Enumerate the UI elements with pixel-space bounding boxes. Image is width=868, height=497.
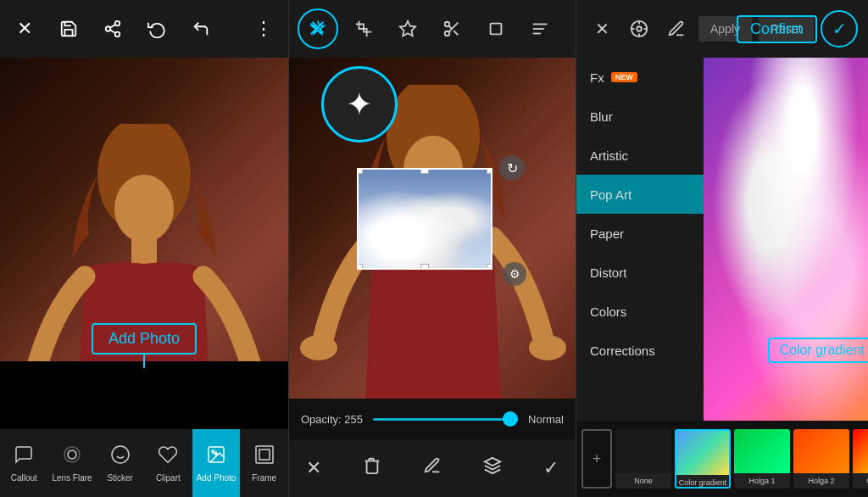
tool-callout[interactable]: Callout xyxy=(0,429,48,497)
svg-marker-25 xyxy=(400,21,415,36)
p3-close-icon[interactable]: ✕ xyxy=(587,14,617,44)
panel3-main-area: Fx NEW Blur Artistic Pop Art Paper Disto… xyxy=(576,58,868,421)
filmstrip-colors1[interactable]: Colors 1 xyxy=(853,429,868,489)
svg-point-12 xyxy=(112,446,129,463)
filmstrip-colorgradient-label: Color gradient xyxy=(676,475,729,489)
tool-lens-flare[interactable]: Lens Flare xyxy=(48,429,97,497)
p2-brush-icon[interactable] xyxy=(423,456,442,480)
filmstrip-color-gradient[interactable]: Color gradient xyxy=(675,429,731,489)
settings-button[interactable]: ⚙ xyxy=(503,262,526,286)
p2-confirm-icon[interactable]: ✓ xyxy=(543,457,559,479)
refresh-icon[interactable] xyxy=(144,16,170,42)
add-photo-icon xyxy=(206,444,226,470)
filmstrip-holga2-label: Holga 2 xyxy=(793,473,849,489)
p2-delete-icon[interactable] xyxy=(363,456,381,480)
tool-clipart[interactable]: Clipart xyxy=(144,429,192,497)
layers-icon[interactable] xyxy=(477,10,515,47)
panel1-toolbar: ✕ ⋮ xyxy=(0,0,288,58)
filter-filmstrip: + None Color gradient Holga 1 Holga 2 Co… xyxy=(576,421,868,497)
handle-bottom-right[interactable] xyxy=(487,264,492,270)
filmstrip-none[interactable]: None xyxy=(615,429,671,489)
filter-distort[interactable]: Distort xyxy=(576,253,704,292)
clipart-icon xyxy=(158,444,178,470)
filter-artistic[interactable]: Artistic xyxy=(576,136,704,175)
tool-frame-label: Frame xyxy=(252,473,276,483)
star-icon[interactable] xyxy=(389,10,426,47)
filter-blur[interactable]: Blur xyxy=(576,97,704,136)
filter-fx[interactable]: Fx NEW xyxy=(576,58,704,97)
align-icon[interactable] xyxy=(521,10,559,47)
svg-line-4 xyxy=(110,25,115,28)
rotate-button[interactable]: ↻ xyxy=(499,155,525,181)
filmstrip-colorgradient-preview xyxy=(676,431,729,475)
handle-top-left[interactable] xyxy=(357,168,363,174)
filmstrip-colors1-preview xyxy=(853,429,868,473)
scissors-icon[interactable] xyxy=(433,10,470,47)
tool-sticker-label: Sticker xyxy=(107,473,133,483)
handle-top-right[interactable] xyxy=(487,168,492,174)
handle-top-middle[interactable] xyxy=(420,168,429,174)
tool-sticker[interactable]: Sticker xyxy=(96,429,144,497)
panel-2-transform: ✦ ↻ ⚙ Opacity: 255 xyxy=(288,0,576,497)
panel2-bottom-bar: ✕ ✓ xyxy=(289,439,576,497)
panel-3-filters: ✕ Apply Reset ✓ Confirm Fx NEW xyxy=(576,0,868,497)
filter-colors[interactable]: Colors xyxy=(576,292,704,331)
p3-target-icon[interactable] xyxy=(624,14,654,44)
filmstrip-add-button[interactable]: + xyxy=(581,429,612,489)
crop-icon[interactable] xyxy=(345,10,382,47)
svg-marker-40 xyxy=(485,458,500,466)
opacity-slider-fill xyxy=(373,418,518,421)
opacity-slider-thumb[interactable] xyxy=(503,411,518,427)
lens-flare-icon xyxy=(62,444,82,470)
p3-brush-icon[interactable] xyxy=(661,14,692,44)
share-icon[interactable] xyxy=(100,16,125,42)
svg-point-39 xyxy=(529,335,566,360)
filter-corrections[interactable]: Corrections xyxy=(576,331,704,370)
p2-close-icon[interactable]: ✕ xyxy=(306,457,321,479)
opacity-label: Opacity: 255 xyxy=(301,413,363,426)
tool-add-photo[interactable]: Add Photo xyxy=(192,429,241,497)
close-icon[interactable]: ✕ xyxy=(12,16,37,42)
more-icon[interactable]: ⋮ xyxy=(251,16,276,42)
save-icon[interactable] xyxy=(56,16,81,42)
svg-point-6 xyxy=(114,175,174,243)
magic-wand-icon[interactable] xyxy=(298,8,338,49)
callout-icon xyxy=(14,444,34,470)
svg-point-42 xyxy=(637,26,642,31)
undo-icon[interactable] xyxy=(188,16,214,42)
svg-rect-19 xyxy=(256,446,273,463)
filter-pop-art[interactable]: Pop Art xyxy=(576,175,704,214)
handle-bottom-left[interactable] xyxy=(357,264,363,270)
filter-preview-image xyxy=(704,58,868,421)
add-photo-callout: Add Photo xyxy=(92,323,197,355)
tool-frame[interactable]: Frame xyxy=(240,429,288,497)
svg-rect-20 xyxy=(259,450,270,460)
floating-overlay-image[interactable] xyxy=(357,168,492,270)
panel3-toolbar: ✕ Apply Reset ✓ xyxy=(576,0,868,58)
add-icon: + xyxy=(593,450,602,468)
confirm-check-icon: ✓ xyxy=(832,19,847,39)
blend-mode-label[interactable]: Normal xyxy=(528,413,564,426)
filmstrip-holga1[interactable]: Holga 1 xyxy=(734,429,790,489)
panel1-bottom-toolbar: Callout Lens Flare Sticker xyxy=(0,429,288,497)
p2-layers-icon[interactable] xyxy=(483,456,502,480)
svg-point-38 xyxy=(300,335,337,360)
svg-line-29 xyxy=(453,31,458,35)
svg-point-10 xyxy=(68,450,76,459)
filmstrip-holga2[interactable]: Holga 2 xyxy=(793,429,849,489)
opacity-slider[interactable] xyxy=(373,418,518,421)
svg-line-3 xyxy=(110,30,115,33)
filter-paper[interactable]: Paper xyxy=(576,214,704,253)
confirm-callout: Confirm xyxy=(737,15,817,43)
confirm-button[interactable]: ✓ xyxy=(821,10,858,47)
filmstrip-none-preview xyxy=(615,429,671,473)
panel-1-photo-editor: ✕ ⋮ xyxy=(0,0,288,497)
new-badge: NEW xyxy=(611,72,637,82)
svg-point-2 xyxy=(115,32,120,36)
filmstrip-none-label: None xyxy=(615,473,671,489)
svg-point-27 xyxy=(445,31,450,36)
add-photo-callout-line xyxy=(143,355,145,368)
svg-line-30 xyxy=(448,25,452,29)
svg-point-0 xyxy=(115,21,120,26)
handle-bottom-middle[interactable] xyxy=(420,264,429,270)
